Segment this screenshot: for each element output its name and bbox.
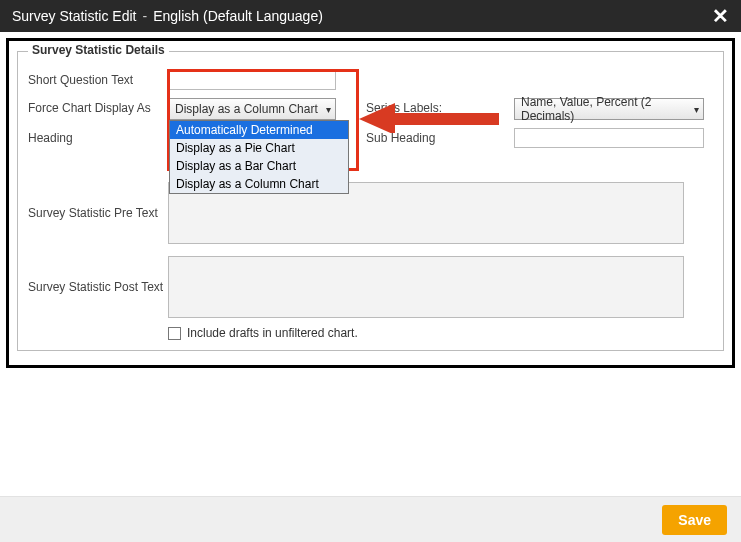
content-area: Survey Statistic Details Short Question … — [0, 32, 741, 374]
short-question-text-input[interactable] — [168, 70, 336, 90]
series-labels-select[interactable]: Name, Value, Percent (2 Decimals) ▾ — [514, 98, 704, 120]
dropdown-option[interactable]: Automatically Determined — [170, 121, 348, 139]
dropdown-option[interactable]: Display as a Column Chart — [170, 175, 348, 193]
label-include-drafts: Include drafts in unfiltered chart. — [187, 326, 358, 340]
label-sub-heading: Sub Heading — [366, 128, 466, 145]
post-text-textarea[interactable] — [168, 256, 684, 318]
label-post-text: Survey Statistic Post Text — [28, 256, 168, 294]
dialog-footer: Save — [0, 496, 741, 542]
label-force-chart-display-as: Force Chart Display As — [28, 98, 168, 115]
chevron-down-icon: ▾ — [694, 104, 699, 115]
chevron-down-icon: ▾ — [326, 104, 331, 115]
title-separator: - — [143, 8, 148, 24]
dialog-header: Survey Statistic Edit - English (Default… — [0, 0, 741, 32]
fieldset-legend: Survey Statistic Details — [28, 43, 169, 57]
save-button[interactable]: Save — [662, 505, 727, 535]
dialog-language: English (Default Language) — [153, 8, 323, 24]
force-chart-display-dropdown: Automatically Determined Display as a Pi… — [169, 120, 349, 194]
dropdown-option[interactable]: Display as a Pie Chart — [170, 139, 348, 157]
close-icon[interactable]: ✕ — [712, 6, 729, 26]
label-series-labels: Series Labels: — [366, 98, 466, 115]
label-short-question-text: Short Question Text — [28, 70, 168, 87]
sub-heading-input[interactable] — [514, 128, 704, 148]
label-heading: Heading — [28, 128, 168, 145]
force-chart-display-select[interactable]: Display as a Column Chart ▾ Automaticall… — [168, 98, 336, 120]
main-panel: Survey Statistic Details Short Question … — [6, 38, 735, 368]
series-labels-selected: Name, Value, Percent (2 Decimals) — [521, 95, 694, 123]
survey-statistic-details-fieldset: Survey Statistic Details Short Question … — [17, 51, 724, 351]
include-drafts-checkbox[interactable] — [168, 327, 181, 340]
dialog-title: Survey Statistic Edit — [12, 8, 137, 24]
dropdown-option[interactable]: Display as a Bar Chart — [170, 157, 348, 175]
label-pre-text: Survey Statistic Pre Text — [28, 182, 168, 220]
force-chart-display-selected: Display as a Column Chart — [175, 102, 318, 116]
